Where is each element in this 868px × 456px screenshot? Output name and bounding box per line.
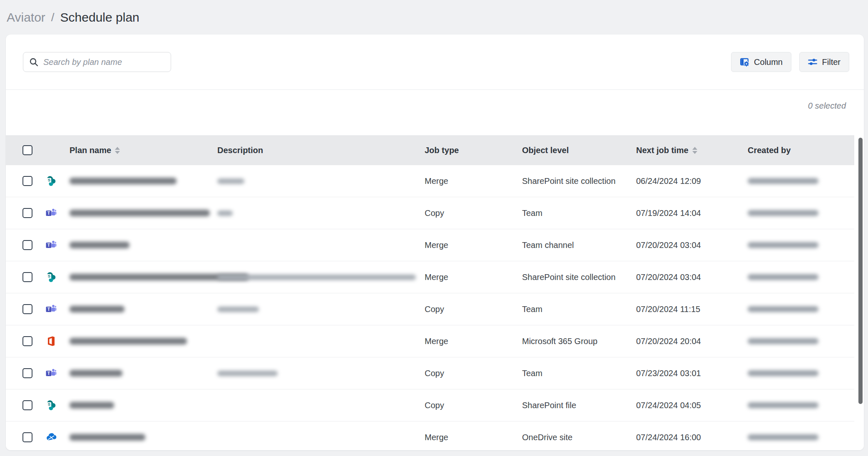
object-level-cell: SharePoint site collection [522, 176, 636, 186]
row-checkbox[interactable] [22, 176, 32, 186]
breadcrumb-separator: / [51, 11, 55, 24]
redacted-created-by [748, 370, 818, 376]
svg-text:T: T [47, 371, 50, 376]
redacted-created-by [748, 338, 818, 344]
selection-status: 0 selected [808, 101, 846, 111]
object-level-cell: Microsoft 365 Group [522, 337, 636, 346]
table-body: S Merge SharePoint site collection 06/24… [6, 165, 864, 450]
redacted-description [217, 178, 244, 184]
column-header-next-job-time[interactable]: Next job time [636, 146, 748, 155]
redacted-plan-name [70, 434, 145, 441]
column-header-created-by: Created by [748, 146, 864, 155]
job-type-cell: Merge [425, 176, 522, 186]
next-job-time-cell: 07/20/2024 03:04 [636, 240, 748, 250]
row-checkbox[interactable] [22, 272, 32, 282]
table-scrollbar-track[interactable] [854, 135, 864, 450]
next-job-time-header-label: Next job time [636, 146, 689, 155]
toolbar-divider [6, 89, 864, 90]
sharepoint-icon: S [45, 399, 57, 411]
redacted-created-by [748, 306, 818, 312]
table-row: T Copy Team 07/23/2024 03:01 [6, 357, 864, 389]
column-settings-icon [740, 57, 749, 67]
object-level-cell: SharePoint file [522, 401, 636, 410]
redacted-plan-name [70, 242, 129, 248]
redacted-plan-name [70, 210, 210, 216]
column-header-description: Description [217, 146, 425, 155]
redacted-plan-name [70, 402, 114, 409]
object-level-cell: Team [522, 369, 636, 378]
job-type-cell: Merge [425, 240, 522, 250]
row-checkbox[interactable] [22, 368, 32, 378]
object-level-header-label: Object level [522, 146, 569, 155]
filter-button-label: Filter [822, 57, 841, 67]
table-row: Merge OneDrive site 07/24/2024 16:00 [6, 421, 864, 450]
redacted-created-by [748, 210, 818, 216]
column-header-plan-name[interactable]: Plan name [70, 146, 217, 155]
column-button-label: Column [754, 57, 783, 67]
svg-text:T: T [47, 243, 50, 248]
table-row: Merge Microsoft 365 Group 07/20/2024 20:… [6, 325, 864, 357]
sharepoint-icon: S [45, 271, 57, 283]
page-title: Schedule plan [60, 10, 139, 25]
teams-icon: T [45, 303, 57, 315]
redacted-plan-name [70, 338, 187, 344]
next-job-time-cell: 06/24/2024 12:09 [636, 176, 748, 186]
row-checkbox[interactable] [22, 240, 32, 250]
row-checkbox[interactable] [22, 304, 32, 314]
job-type-cell: Merge [425, 273, 522, 282]
content-card: Column Filter 0 selected Plan name Descr… [6, 35, 864, 450]
svg-text:S: S [48, 274, 50, 278]
svg-text:S: S [48, 178, 50, 182]
search-icon [29, 57, 39, 67]
job-type-cell: Copy [425, 401, 522, 410]
filter-button[interactable]: Filter [799, 52, 849, 72]
search-box[interactable] [23, 52, 171, 72]
sort-icon [115, 147, 120, 154]
job-type-cell: Copy [425, 208, 522, 218]
created-by-header-label: Created by [748, 146, 791, 155]
job-type-header-label: Job type [425, 146, 459, 155]
row-checkbox[interactable] [22, 432, 32, 442]
redacted-description [217, 307, 259, 312]
svg-text:S: S [48, 402, 50, 406]
row-checkbox[interactable] [22, 208, 32, 218]
select-all-checkbox[interactable] [22, 145, 32, 155]
scrollbar-thumb[interactable] [858, 138, 863, 404]
teams-icon: T [45, 239, 57, 251]
table-row: T Copy Team 07/19/2024 14:04 [6, 197, 864, 229]
next-job-time-cell: 07/20/2024 03:04 [636, 273, 748, 282]
redacted-created-by [748, 434, 818, 440]
description-header-label: Description [217, 146, 263, 155]
next-job-time-cell: 07/24/2024 16:00 [636, 433, 748, 442]
job-type-cell: Copy [425, 369, 522, 378]
object-level-cell: Team [522, 208, 636, 218]
redacted-description [217, 211, 233, 216]
redacted-created-by [748, 402, 818, 408]
object-level-cell: SharePoint site collection [522, 273, 636, 282]
job-type-cell: Merge [425, 433, 522, 442]
row-checkbox[interactable] [22, 336, 32, 346]
table-row: S Merge SharePoint site collection 07/20… [6, 261, 864, 293]
redacted-plan-name [70, 306, 124, 312]
schedule-plan-table: Plan name Description Job type Object le… [6, 135, 864, 450]
table-row: S Copy SharePoint file 07/24/2024 04:05 [6, 389, 864, 421]
breadcrumb: Aviator / Schedule plan [7, 0, 139, 35]
table-row: T Merge Team channel 07/20/2024 03:04 [6, 229, 864, 261]
breadcrumb-parent[interactable]: Aviator [7, 10, 45, 25]
row-checkbox[interactable] [22, 400, 32, 410]
search-input[interactable] [43, 52, 171, 72]
onedrive-icon [45, 431, 57, 443]
sort-icon [692, 147, 697, 154]
teams-icon: T [45, 367, 57, 379]
column-button[interactable]: Column [731, 52, 791, 72]
redacted-plan-name [70, 370, 122, 377]
next-job-time-cell: 07/24/2024 04:05 [636, 401, 748, 410]
redacted-description [217, 275, 416, 280]
next-job-time-cell: 07/20/2024 20:04 [636, 337, 748, 346]
filter-sliders-icon [808, 57, 817, 67]
redacted-description [217, 371, 278, 376]
object-level-cell: OneDrive site [522, 433, 636, 442]
job-type-cell: Copy [425, 305, 522, 314]
redacted-created-by [748, 242, 818, 248]
redacted-created-by [748, 274, 818, 280]
